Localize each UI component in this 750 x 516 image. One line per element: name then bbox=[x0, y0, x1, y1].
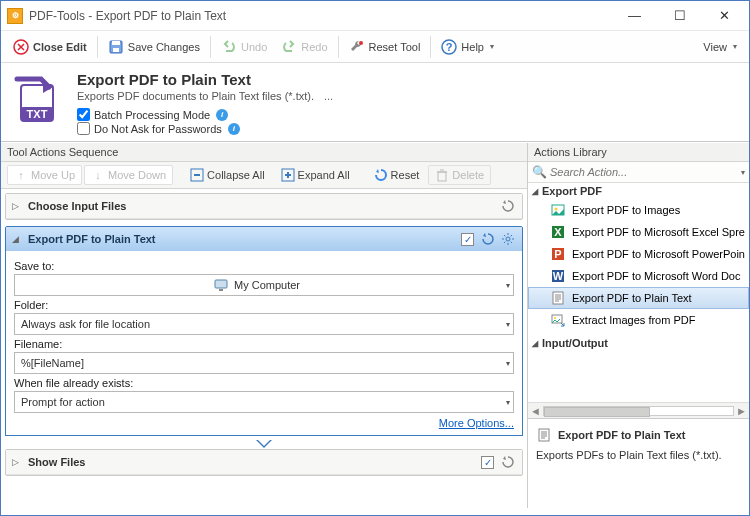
description-panel: Export PDF to Plain Text Exports PDFs to… bbox=[528, 418, 749, 508]
tree-item[interactable]: Extract Images from PDF bbox=[528, 309, 749, 331]
close-window-button[interactable]: ✕ bbox=[702, 2, 747, 30]
checkbox-icon[interactable]: ✓ bbox=[460, 231, 476, 247]
chevron-down-icon: ▾ bbox=[733, 42, 737, 51]
move-down-button[interactable]: ↓Move Down bbox=[84, 165, 173, 185]
move-up-button[interactable]: ↑Move Up bbox=[7, 165, 82, 185]
wrench-icon bbox=[349, 39, 365, 55]
svg-text:?: ? bbox=[446, 41, 453, 53]
minimize-button[interactable]: — bbox=[612, 2, 657, 30]
chevron-right-icon: ▷ bbox=[12, 201, 22, 211]
svg-rect-14 bbox=[215, 280, 227, 288]
save-icon bbox=[108, 39, 124, 55]
main-toolbar: Close Edit Save Changes Undo Redo Reset … bbox=[1, 31, 749, 63]
save-to-dropdown[interactable]: My Computer ▾ bbox=[14, 274, 514, 296]
actions-tree: ◢Export PDF Export PDF to Images XExport… bbox=[528, 183, 749, 402]
accordion-header[interactable]: ▷ Choose Input Files bbox=[6, 194, 522, 219]
tree-item-selected[interactable]: Export PDF to Plain Text bbox=[528, 287, 749, 309]
help-button[interactable]: ? Help ▾ bbox=[435, 36, 500, 58]
txt-icon bbox=[550, 290, 566, 306]
batch-mode-checkbox[interactable]: Batch Processing Mode i bbox=[77, 108, 333, 121]
info-icon[interactable]: i bbox=[216, 109, 228, 121]
chevron-down-icon: ▾ bbox=[490, 42, 494, 51]
exists-label: When file already exists: bbox=[14, 377, 514, 389]
app-icon: ⚙ bbox=[7, 8, 23, 24]
exists-dropdown[interactable]: Prompt for action ▾ bbox=[14, 391, 514, 413]
reset-sequence-button[interactable]: Reset bbox=[367, 165, 427, 185]
search-input[interactable] bbox=[548, 164, 739, 180]
save-changes-button[interactable]: Save Changes bbox=[102, 36, 206, 58]
delete-action-button[interactable]: Delete bbox=[428, 165, 491, 185]
help-icon: ? bbox=[441, 39, 457, 55]
txt-icon bbox=[536, 427, 552, 443]
search-row: 🔍 ▾ bbox=[528, 162, 749, 183]
chevron-right-icon: ▷ bbox=[12, 457, 22, 467]
flow-arrow-icon bbox=[256, 441, 272, 449]
tree-item[interactable]: Export PDF to Images bbox=[528, 199, 749, 221]
svg-rect-24 bbox=[553, 292, 563, 304]
filename-label: Filename: bbox=[14, 338, 514, 350]
accordion-show-files: ▷ Show Files ✓ bbox=[5, 449, 523, 476]
extract-images-icon bbox=[550, 312, 566, 328]
reset-icon bbox=[374, 168, 388, 182]
chevron-down-icon[interactable]: ▾ bbox=[741, 168, 745, 177]
image-export-icon bbox=[550, 202, 566, 218]
collapse-icon bbox=[190, 168, 204, 182]
folder-dropdown[interactable]: Always ask for file location ▾ bbox=[14, 313, 514, 335]
svg-rect-3 bbox=[113, 48, 119, 52]
accordion-header[interactable]: ▷ Show Files ✓ bbox=[6, 450, 522, 475]
gear-icon[interactable] bbox=[500, 231, 516, 247]
word-icon: W bbox=[550, 268, 566, 284]
svg-point-13 bbox=[506, 237, 510, 241]
accordion-choose-input: ▷ Choose Input Files bbox=[5, 193, 523, 220]
description-body: Exports PDFs to Plain Text files (*.txt)… bbox=[536, 449, 741, 461]
svg-point-26 bbox=[554, 317, 556, 319]
filename-dropdown[interactable]: %[FileName] ▾ bbox=[14, 352, 514, 374]
tree-group-io[interactable]: ◢Input/Output bbox=[528, 335, 749, 351]
svg-text:W: W bbox=[553, 270, 564, 282]
reset-tool-button[interactable]: Reset Tool bbox=[343, 36, 427, 58]
checkbox-icon[interactable]: ✓ bbox=[480, 454, 496, 470]
folder-label: Folder: bbox=[14, 299, 514, 311]
trash-icon bbox=[435, 168, 449, 182]
right-panel-title: Actions Library bbox=[528, 143, 749, 162]
accordion-header[interactable]: ◢ Export PDF to Plain Text ✓ bbox=[6, 227, 522, 252]
info-icon[interactable]: i bbox=[228, 123, 240, 135]
redo-icon bbox=[281, 39, 297, 55]
maximize-button[interactable]: ☐ bbox=[657, 2, 702, 30]
tree-group-export[interactable]: ◢Export PDF bbox=[528, 183, 749, 199]
reset-icon[interactable] bbox=[500, 198, 516, 214]
accordion-export-plain-text: ◢ Export PDF to Plain Text ✓ Save to: My… bbox=[5, 226, 523, 436]
tree-item[interactable]: XExport PDF to Microsoft Excel Spre bbox=[528, 221, 749, 243]
titlebar: ⚙ PDF-Tools - Export PDF to Plain Text —… bbox=[1, 1, 749, 31]
svg-text:P: P bbox=[554, 248, 561, 260]
close-edit-button[interactable]: Close Edit bbox=[7, 36, 93, 58]
svg-point-4 bbox=[359, 41, 363, 45]
arrow-down-icon: ↓ bbox=[91, 168, 105, 182]
tool-title: Export PDF to Plain Text bbox=[77, 71, 333, 88]
close-icon bbox=[13, 39, 29, 55]
right-panel: Actions Library 🔍 ▾ ◢Export PDF Export P… bbox=[528, 143, 749, 508]
expand-all-button[interactable]: Expand All bbox=[274, 165, 357, 185]
more-options-link[interactable]: More Options... bbox=[439, 417, 514, 429]
tree-item[interactable]: PExport PDF to Microsoft PowerPoin bbox=[528, 243, 749, 265]
undo-button[interactable]: Undo bbox=[215, 36, 273, 58]
save-to-label: Save to: bbox=[14, 260, 514, 272]
collapse-all-button[interactable]: Collapse All bbox=[183, 165, 271, 185]
excel-icon: X bbox=[550, 224, 566, 240]
svg-point-17 bbox=[554, 208, 557, 211]
computer-icon bbox=[214, 278, 228, 292]
svg-rect-15 bbox=[219, 289, 223, 291]
horizontal-scrollbar[interactable]: ◄► bbox=[528, 402, 749, 418]
reset-icon[interactable] bbox=[480, 231, 496, 247]
no-ask-passwords-checkbox[interactable]: Do Not Ask for Passwords i bbox=[77, 122, 333, 135]
tool-header: TXT Export PDF to Plain Text Exports PDF… bbox=[1, 63, 749, 142]
view-menu-button[interactable]: View ▾ bbox=[697, 38, 743, 56]
left-toolbar: ↑Move Up ↓Move Down Collapse All Expand … bbox=[1, 162, 527, 189]
tree-item[interactable]: WExport PDF to Microsoft Word Doc bbox=[528, 265, 749, 287]
svg-rect-12 bbox=[438, 172, 446, 181]
redo-button[interactable]: Redo bbox=[275, 36, 333, 58]
svg-rect-2 bbox=[112, 41, 120, 45]
reset-icon[interactable] bbox=[500, 454, 516, 470]
subtitle-more[interactable]: ... bbox=[324, 90, 333, 102]
left-panel: Tool Actions Sequence ↑Move Up ↓Move Dow… bbox=[1, 143, 528, 508]
